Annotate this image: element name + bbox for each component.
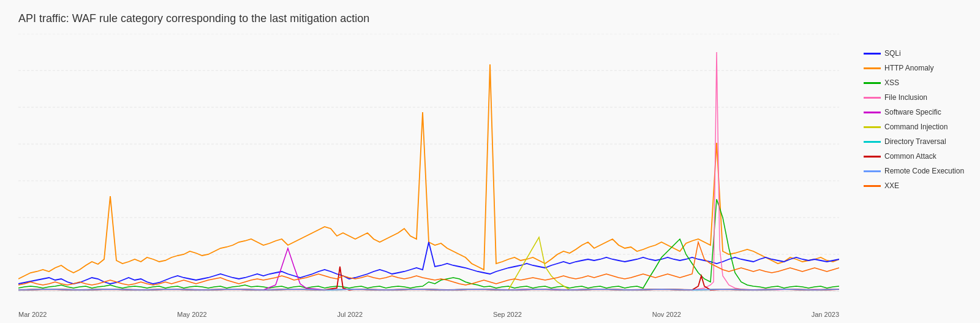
legend-color-file-inclusion (864, 97, 881, 99)
legend-color-common-attack (864, 156, 881, 158)
legend-item-file-inclusion: File Inclusion (864, 93, 974, 102)
legend-item-sqli: SQLi (864, 49, 974, 58)
chart-svg (18, 34, 839, 297)
x-label-may2022: May 2022 (177, 311, 206, 318)
legend-color-http-anomaly (864, 67, 881, 69)
legend-color-remote-code (864, 170, 881, 172)
legend-color-command-injection (864, 126, 881, 128)
legend-item-directory-traversal: Directory Traversal (864, 137, 974, 146)
x-axis-labels: Mar 2022 May 2022 Jul 2022 Sep 2022 Nov … (18, 311, 839, 318)
legend-item-command-injection: Command Injection (864, 123, 974, 131)
x-label-mar2022: Mar 2022 (18, 311, 47, 318)
legend-label-xxe: XXE (884, 181, 899, 190)
legend-color-sqli (864, 53, 881, 55)
legend-label-software-specific: Software Specific (884, 108, 941, 116)
chart-title: API traffic: WAF rule category correspon… (18, 12, 980, 25)
x-label-jul2022: Jul 2022 (337, 311, 363, 318)
chart-container: API traffic: WAF rule category correspon… (0, 0, 980, 323)
x-label-nov2022: Nov 2022 (652, 311, 681, 318)
legend-item-software-specific: Software Specific (864, 108, 974, 116)
legend-item-http-anomaly: HTTP Anomaly (864, 64, 974, 72)
x-label-sep2022: Sep 2022 (493, 311, 522, 318)
legend-label-xss: XSS (884, 78, 899, 87)
legend-label-sqli: SQLi (884, 49, 901, 58)
legend-color-xss (864, 82, 881, 84)
legend-item-common-attack: Common Attack (864, 152, 974, 161)
legend-label-remote-code: Remote Code Execution (884, 167, 964, 175)
legend-label-common-attack: Common Attack (884, 152, 937, 161)
legend-label-directory-traversal: Directory Traversal (884, 137, 946, 146)
legend-label-command-injection: Command Injection (884, 123, 948, 131)
x-label-jan2023: Jan 2023 (812, 311, 839, 318)
legend-item-remote-code: Remote Code Execution (864, 167, 974, 175)
legend: SQLi HTTP Anomaly XSS File Inclusion Sof… (864, 49, 974, 196)
legend-color-software-specific (864, 112, 881, 113)
legend-item-xxe: XXE (864, 181, 974, 190)
legend-label-file-inclusion: File Inclusion (884, 93, 927, 102)
legend-item-xss: XSS (864, 78, 974, 87)
legend-color-xxe (864, 185, 881, 187)
legend-color-directory-traversal (864, 141, 881, 143)
chart-area (18, 34, 839, 297)
legend-label-http-anomaly: HTTP Anomaly (884, 64, 933, 72)
